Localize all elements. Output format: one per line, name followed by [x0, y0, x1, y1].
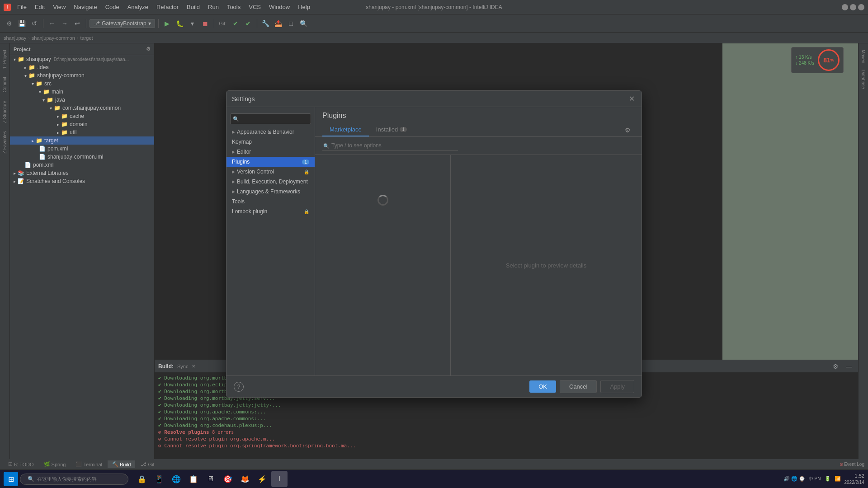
taskbar-app-5[interactable]: 🖥: [203, 471, 219, 487]
zstructure-tool-btn[interactable]: Z Structure: [1, 98, 8, 126]
debug-button[interactable]: 🐛: [175, 18, 185, 29]
start-button[interactable]: ⊞: [4, 472, 18, 486]
nav-item-appearance[interactable]: ▶ Appearance & Behavior: [226, 127, 315, 137]
taskbar-search[interactable]: 🔍 在这里输入你要搜索的内容: [20, 474, 128, 485]
nav-item-plugins[interactable]: Plugins 1: [226, 157, 315, 167]
menu-help[interactable]: Help: [294, 3, 314, 11]
favorites-tool-btn[interactable]: Z Favorites: [1, 128, 8, 156]
menu-view[interactable]: View: [49, 3, 69, 11]
close-button[interactable]: [858, 4, 864, 10]
tree-item-iml[interactable]: 📄 shanjupay-common.iml: [10, 153, 154, 161]
git-tab[interactable]: ⎇ Git: [136, 460, 159, 468]
menu-edit[interactable]: Edit: [31, 3, 48, 11]
tree-item-src[interactable]: ▾ 📁 src: [10, 80, 154, 88]
plugins-settings-icon[interactable]: ⚙: [621, 124, 634, 136]
nav-search-input[interactable]: [230, 113, 311, 124]
taskbar-app-intellij[interactable]: I: [271, 471, 288, 487]
run-config-button[interactable]: ▾: [187, 18, 198, 29]
ok-button[interactable]: OK: [529, 380, 556, 393]
dialog-close-button[interactable]: ✕: [627, 94, 636, 103]
menu-refactor[interactable]: Refactor: [153, 3, 182, 11]
installed-tab[interactable]: Installed 1: [369, 123, 414, 136]
stop-button[interactable]: ◼: [200, 18, 211, 29]
build-tab[interactable]: 🔨 Build: [108, 460, 135, 468]
tree-item-main[interactable]: ▾ 📁 main: [10, 88, 154, 96]
menu-run[interactable]: Run: [204, 3, 222, 11]
toolbar-forward-icon[interactable]: →: [59, 18, 70, 29]
breadcrumb-common[interactable]: shanjupay-common: [32, 35, 75, 41]
taskbar-app-6[interactable]: 🎯: [220, 471, 236, 487]
help-button[interactable]: ?: [234, 382, 244, 392]
tree-item-external-libs[interactable]: ▸ 📚 External Libraries: [10, 169, 154, 177]
toolbar-undo-icon[interactable]: ↩: [72, 18, 83, 29]
menu-navigate[interactable]: Navigate: [70, 3, 100, 11]
taskbar-app-3[interactable]: 🌐: [168, 471, 184, 487]
commit-tool-btn[interactable]: Commit: [1, 74, 8, 95]
plugins-search-input[interactable]: [322, 141, 458, 151]
taskbar-app-4[interactable]: 📋: [185, 471, 202, 487]
toolbar-settings-icon[interactable]: ⚙: [4, 18, 14, 29]
database-tool-btn[interactable]: Database: [860, 67, 867, 92]
menu-build[interactable]: Build: [183, 3, 203, 11]
terminal-tab[interactable]: ⬛ Terminal: [71, 460, 107, 468]
breadcrumb-target[interactable]: target: [80, 35, 93, 41]
toolbar-back-icon[interactable]: ←: [47, 18, 57, 29]
menu-file[interactable]: File: [14, 3, 30, 11]
tree-item-util[interactable]: ▸ 📁 util: [10, 128, 154, 136]
tree-item-shanjupay[interactable]: ▾ 📁 shanjupay D:\hspjavacodetest\shanjup…: [10, 55, 154, 63]
toolbar-save-all-icon[interactable]: 💾: [16, 18, 27, 29]
taskbar-lang[interactable]: 中 PN: [809, 476, 821, 482]
systray-icons[interactable]: 🔊 🌐 ⌚: [783, 476, 805, 482]
toolbar-layout-icon[interactable]: □: [286, 18, 297, 29]
git-merge-icon[interactable]: ✔: [243, 18, 254, 29]
tree-item-pom-xml-2[interactable]: 📄 pom.xml: [10, 161, 154, 169]
maximize-button[interactable]: [850, 4, 856, 10]
event-log-label[interactable]: Event Log: [844, 462, 864, 467]
nav-item-lombok[interactable]: Lombok plugin 🔒: [226, 206, 315, 216]
toolbar-tools-icon[interactable]: 🔧: [260, 18, 271, 29]
nav-item-vcs[interactable]: ▶ Version Control 🔒: [226, 167, 315, 177]
maven-tool-btn[interactable]: Maven: [860, 47, 867, 66]
tree-item-java[interactable]: ▾ 📁 java: [10, 96, 154, 104]
window-controls[interactable]: [842, 4, 864, 10]
menu-window[interactable]: Window: [265, 3, 293, 11]
dialog-search[interactable]: 🔍: [226, 111, 315, 127]
run-button[interactable]: ▶: [162, 18, 173, 29]
menu-vcs[interactable]: VCS: [245, 3, 264, 11]
taskbar-app-2[interactable]: 📱: [151, 471, 167, 487]
minimize-button[interactable]: [842, 4, 848, 10]
menu-analyze[interactable]: Analyze: [124, 3, 152, 11]
tree-item-common[interactable]: ▾ 📁 shanjupay-common: [10, 71, 154, 80]
breadcrumb-shanjupay[interactable]: shanjupay: [4, 35, 26, 41]
toolbar-search-icon[interactable]: 🔍: [298, 18, 309, 29]
tree-item-pom-xml-1[interactable]: 📄 pom.xml: [10, 145, 154, 153]
spring-tab[interactable]: 🌿 Spring: [39, 460, 71, 468]
build-collapse-icon[interactable]: —: [844, 361, 854, 372]
toolbar-commit-icon[interactable]: 📤: [273, 18, 284, 29]
marketplace-tab[interactable]: Marketplace: [322, 123, 369, 136]
build-close-icon[interactable]: ✕: [192, 364, 195, 369]
taskbar-app-1[interactable]: 🔒: [134, 471, 150, 487]
git-check-icon[interactable]: ✔: [230, 18, 241, 29]
nav-item-editor[interactable]: ▶ Editor: [226, 147, 315, 157]
taskbar-clock[interactable]: 1:52 2022/2/14: [844, 473, 865, 485]
toolbar-refresh-icon[interactable]: ↺: [29, 18, 40, 29]
taskbar-app-7[interactable]: 🦊: [237, 471, 253, 487]
todo-tab[interactable]: ☑ 6: TODO: [4, 460, 38, 468]
branch-selector[interactable]: ⎇ GatewayBootstrap ▾: [90, 19, 155, 28]
project-tool-btn[interactable]: 1: Project: [1, 47, 8, 71]
tree-item-domain[interactable]: ▸ 📁 domain: [10, 120, 154, 128]
nav-item-tools[interactable]: Tools: [226, 197, 315, 206]
tree-item-com-shanjupay[interactable]: ▾ 📁 com.shanjupay.common: [10, 104, 154, 112]
menu-tools[interactable]: Tools: [223, 3, 244, 11]
nav-item-languages[interactable]: ▶ Languages & Frameworks: [226, 187, 315, 197]
nav-item-keymap[interactable]: Keymap: [226, 137, 315, 147]
apply-button[interactable]: Apply: [600, 380, 634, 393]
sidebar-gear-icon[interactable]: ⚙: [146, 46, 151, 52]
menu-bar[interactable]: File Edit View Navigate Code Analyze Ref…: [14, 3, 314, 11]
cpu-usage-circle[interactable]: 81%: [818, 49, 840, 71]
tree-item-scratches[interactable]: ▸ 📝 Scratches and Consoles: [10, 177, 154, 185]
tree-item-target[interactable]: ▸ 📁 target: [10, 136, 154, 145]
tree-item-cache[interactable]: ▸ 📁 cache: [10, 112, 154, 120]
build-settings-icon[interactable]: ⚙: [830, 361, 841, 372]
